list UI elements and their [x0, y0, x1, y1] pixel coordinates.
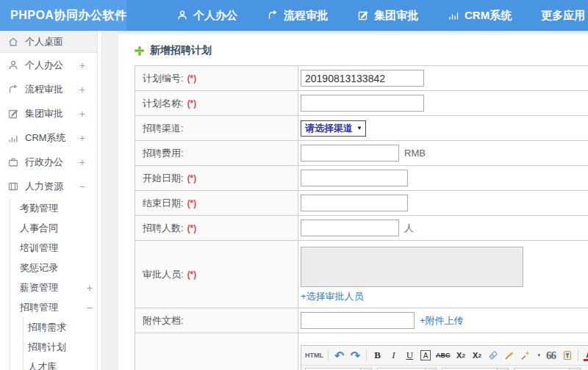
nav-label: 集团审批	[374, 9, 418, 23]
sidebar-item-recruit-plan[interactable]: 招聘计划	[24, 337, 97, 357]
attachment-input[interactable]	[301, 312, 415, 329]
rich-text-editor: HTML ↶ ↷ B I U A ABC X2 X2	[301, 345, 588, 370]
superscript-button[interactable]: X2	[456, 349, 467, 363]
bold-button[interactable]: B	[372, 349, 383, 363]
collapse-toggle[interactable]: −	[79, 181, 85, 192]
channel-select[interactable]: 请选择渠道 ▼	[301, 120, 366, 137]
expand-toggle[interactable]: +	[79, 84, 85, 95]
form-row-end-date: 结束日期: (*)	[135, 191, 588, 216]
field-label-cell: 结束日期: (*)	[135, 191, 298, 215]
sidebar-item-personal-office[interactable]: 个人办公 +	[0, 53, 97, 77]
font-color-button[interactable]: A	[584, 350, 588, 361]
italic-button[interactable]: I	[388, 349, 399, 363]
nav-group-approval[interactable]: 集团审批	[357, 9, 418, 23]
collapse-toggle[interactable]: −	[87, 302, 93, 313]
field-input-cell: HTML ↶ ↷ B I U A ABC X2 X2	[298, 333, 588, 370]
nav-personal-office[interactable]: 个人办公	[176, 9, 237, 23]
required-mark: (*)	[187, 173, 197, 184]
workflow-icon	[267, 10, 279, 21]
sidebar-item-desktop[interactable]: 个人桌面	[0, 31, 97, 53]
wand-caret-icon[interactable]: ▾	[538, 352, 541, 358]
end-date-input[interactable]	[301, 195, 408, 211]
autotypeset-wand-icon[interactable]	[520, 349, 531, 363]
redo-icon[interactable]: ↷	[350, 349, 361, 363]
sidebar-item-recruit-mgmt[interactable]: 招聘管理 −	[10, 297, 97, 317]
required-mark: (*)	[187, 269, 197, 280]
expand-toggle[interactable]: +	[79, 108, 85, 120]
app-logo-text: PHPOA协同办公软件	[10, 8, 126, 23]
sidebar-item-label: 人力资源	[25, 180, 79, 193]
editor-toolbar-row1: HTML ↶ ↷ B I U A ABC X2 X2	[301, 346, 588, 366]
briefcase-icon	[7, 156, 19, 168]
field-label-cell: 开始日期: (*)	[135, 166, 298, 190]
nav-workflow-approval[interactable]: 流程审批	[267, 9, 328, 23]
toolbar-separator	[366, 349, 367, 361]
sidebar-item-admin-office[interactable]: 行政办公 +	[0, 150, 97, 174]
heading-style-dropdown[interactable]: 自定义标题 ▾	[305, 368, 372, 370]
undo-icon[interactable]: ↶	[334, 349, 345, 363]
paragraph-format-dropdown[interactable]: 段落格式 ▾	[377, 368, 437, 370]
expand-toggle[interactable]: +	[79, 59, 85, 71]
idcard-icon	[7, 181, 19, 192]
sidebar-item-group-approval[interactable]: 集团审批 +	[0, 101, 97, 126]
sidebar-item-label: CRM系统	[25, 131, 79, 145]
bar-chart-icon	[7, 132, 19, 144]
font-size-dropdown[interactable]: 字号 ▾	[514, 368, 581, 370]
field-label-cell: 计划名称: (*)	[135, 91, 298, 115]
sidebar-item-label: 奖惩记录	[20, 261, 97, 275]
eraser-icon[interactable]	[488, 349, 499, 363]
attachment-upload-link[interactable]: +附件上传	[420, 314, 464, 327]
start-date-input[interactable]	[301, 170, 408, 186]
field-label-cell: 附件文档:	[135, 308, 298, 333]
format-brush-icon[interactable]	[504, 349, 515, 363]
sidebar-item-recruit-demand[interactable]: 招聘需求	[24, 317, 97, 337]
fee-input[interactable]	[301, 145, 399, 162]
sidebar-item-talent-pool[interactable]: 人才库	[24, 357, 97, 370]
sidebar-item-crm[interactable]: CRM系统 +	[0, 126, 97, 150]
font-family-dropdown[interactable]: 字体 ▾	[442, 368, 509, 370]
approval-edit-icon	[7, 108, 19, 120]
expand-toggle[interactable]: +	[79, 156, 85, 168]
recruit-submenu: 招聘需求 招聘计划 人才库	[23, 317, 97, 370]
blockquote-button[interactable]: 66	[545, 349, 556, 363]
sidebar-item-label: 招聘计划	[28, 341, 97, 354]
nav-more-apps[interactable]: 更多应用	[541, 9, 588, 23]
field-input-cell: RMB	[298, 141, 588, 165]
plan-no-input[interactable]	[301, 70, 424, 87]
sidebar-item-salary[interactable]: 薪资管理 +	[10, 278, 97, 297]
home-icon	[7, 36, 19, 48]
required-mark: (*)	[187, 223, 197, 233]
headcount-input[interactable]	[301, 220, 399, 236]
sidebar-item-attendance[interactable]: 考勤管理	[10, 198, 97, 218]
form-row-channel: 招聘渠道: 请选择渠道 ▼	[135, 116, 588, 141]
sidebar: 个人桌面 个人办公 + 流程审批 + 集团审批 +	[0, 31, 98, 370]
sidebar-item-hr[interactable]: 人力资源 −	[0, 174, 97, 198]
sidebar-item-label: 行政办公	[25, 156, 79, 169]
required-mark: (*)	[187, 198, 197, 208]
nav-label: 更多应用	[541, 9, 585, 23]
paste-icon[interactable]	[562, 349, 573, 363]
subscript-button[interactable]: X2	[472, 349, 483, 363]
field-label-cell	[135, 333, 298, 370]
nav-crm-system[interactable]: CRM系统	[448, 9, 512, 23]
sidebar-item-label: 个人办公	[25, 59, 79, 72]
approvers-textarea[interactable]	[301, 247, 523, 287]
plan-name-input[interactable]	[301, 95, 424, 112]
sidebar-item-training[interactable]: 培训管理	[10, 238, 97, 258]
field-label: 开始日期:	[143, 172, 184, 185]
form-row-fee: 招聘费用: RMB	[135, 141, 588, 166]
select-approvers-link[interactable]: +选择审批人员	[301, 290, 364, 303]
app-logo: PHPOA协同办公软件	[0, 0, 126, 31]
page-title-text: 新增招聘计划	[150, 44, 212, 57]
underline-button[interactable]: U	[404, 349, 415, 363]
expand-toggle[interactable]: +	[87, 282, 93, 294]
strikethrough-button[interactable]: ABC	[436, 349, 451, 363]
sidebar-item-rewards[interactable]: 奖惩记录	[10, 258, 97, 278]
font-border-button[interactable]: A	[420, 350, 431, 360]
sidebar-item-label: 个人桌面	[25, 35, 90, 48]
html-source-button[interactable]: HTML	[305, 349, 329, 361]
sidebar-item-hr-contract[interactable]: 人事合同	[10, 218, 97, 238]
form-row-editor: HTML ↶ ↷ B I U A ABC X2 X2	[135, 333, 588, 370]
expand-toggle[interactable]: +	[79, 132, 85, 144]
sidebar-item-workflow-approval[interactable]: 流程审批 +	[0, 77, 97, 101]
